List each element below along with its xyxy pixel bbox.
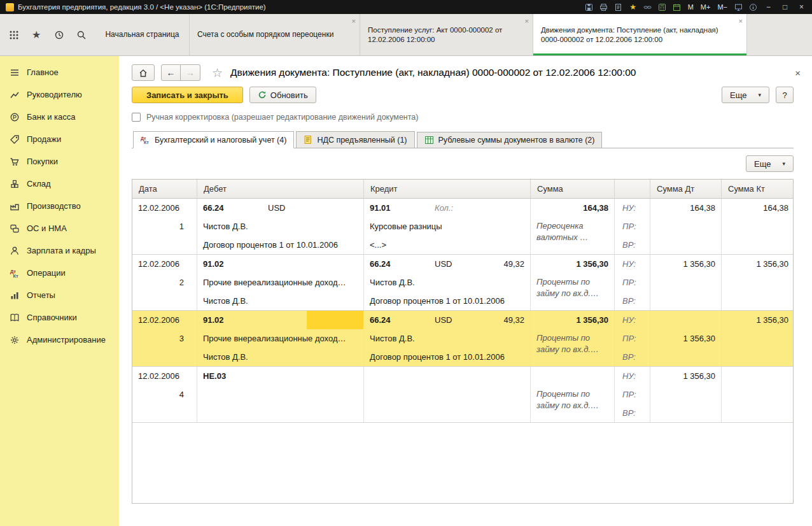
- cell-debit-subconto-2[interactable]: Договор процентов 1 от 10.01.2006: [197, 236, 364, 254]
- cell-date[interactable]: 12.02.2006: [132, 199, 197, 217]
- form-close-icon[interactable]: ×: [792, 68, 803, 78]
- cell-debit-currency[interactable]: [262, 255, 307, 273]
- cell-pr-sum-kt[interactable]: [722, 217, 794, 236]
- column-header-sum[interactable]: Сумма: [531, 180, 615, 198]
- cell-pr-sum-kt[interactable]: [722, 385, 794, 404]
- column-header-date[interactable]: Дата: [132, 180, 197, 198]
- cell-debit-subconto-2[interactable]: Чистов Д.В.: [197, 348, 364, 366]
- cell-nu-sum-dt[interactable]: 164,38: [650, 199, 722, 217]
- cell-vr-sum-dt[interactable]: [650, 404, 722, 422]
- table-row[interactable]: 12.02.2006 НЕ.03 НУ: 1 356,30 4 Проценты…: [132, 367, 793, 423]
- tab-services-receipt[interactable]: Поступление услуг: Акт 0000-000002 от 12…: [360, 14, 533, 55]
- cell-credit-subconto-1[interactable]: Чистов Д.В.: [364, 273, 531, 292]
- sidebar-item-main[interactable]: Главное: [0, 61, 119, 83]
- cell-credit-amount[interactable]: [480, 367, 531, 385]
- cell-credit-subconto-2[interactable]: [364, 404, 531, 422]
- cell-row-number[interactable]: 2: [132, 273, 197, 292]
- print-icon[interactable]: [597, 1, 611, 13]
- cell-pr-sum-dt[interactable]: [650, 273, 722, 292]
- tab-close-icon[interactable]: ×: [739, 17, 743, 25]
- column-header-debit[interactable]: Дебет: [197, 180, 364, 198]
- column-header-sum-dt[interactable]: Сумма Дт: [650, 180, 722, 198]
- info-icon[interactable]: [746, 1, 760, 13]
- cell-nu-sum-kt[interactable]: 1 356,30: [722, 311, 794, 329]
- cell-empty[interactable]: [132, 348, 197, 366]
- cell-debit-subconto-2[interactable]: Чистов Д.В.: [197, 292, 364, 310]
- sidebar-item-operations[interactable]: ДтКт Операции: [0, 262, 119, 284]
- history-icon[interactable]: [50, 26, 68, 44]
- cell-debit-amount[interactable]: [307, 311, 364, 329]
- manual-adjustment-checkbox[interactable]: [132, 113, 141, 122]
- favorites-icon[interactable]: ★: [27, 26, 45, 44]
- cell-row-number[interactable]: 4: [132, 385, 197, 404]
- cell-credit-subconto-2[interactable]: <...>: [364, 236, 531, 254]
- cell-debit-subconto-1[interactable]: [197, 385, 364, 404]
- cell-debit-amount[interactable]: [307, 255, 364, 273]
- cell-nu-sum-kt[interactable]: 164,38: [722, 199, 794, 217]
- search-icon[interactable]: [73, 26, 90, 44]
- cell-credit-account[interactable]: 66.24: [364, 311, 429, 329]
- cell-pr-sum-dt[interactable]: [650, 217, 722, 236]
- cell-vr-sum-kt[interactable]: [722, 236, 794, 254]
- cell-credit-subconto-1[interactable]: Курсовые разницы: [364, 217, 531, 236]
- main-window-icon[interactable]: [731, 1, 745, 13]
- cell-credit-currency[interactable]: USD: [429, 255, 480, 273]
- cell-credit-subconto-1[interactable]: Чистов Д.В.: [364, 329, 531, 348]
- main-menu-icon[interactable]: [5, 26, 23, 44]
- cell-nu-sum-dt[interactable]: 1 356,30: [650, 367, 722, 385]
- home-button[interactable]: [132, 64, 155, 81]
- cell-sum-comment[interactable]: Проценты по займу по вх.д.…: [531, 273, 615, 310]
- cell-credit-account[interactable]: [364, 367, 429, 385]
- cell-credit-amount[interactable]: 49,32: [480, 255, 531, 273]
- sidebar-item-warehouse[interactable]: Склад: [0, 173, 119, 195]
- cell-empty[interactable]: [132, 236, 197, 254]
- cell-nu-sum-dt[interactable]: 1 356,30: [650, 255, 722, 273]
- save-icon[interactable]: [582, 1, 596, 13]
- cell-debit-currency[interactable]: [262, 367, 307, 385]
- cell-vr-sum-dt[interactable]: [650, 348, 722, 366]
- sidebar-item-manager[interactable]: Руководителю: [0, 83, 119, 106]
- sidebar-item-payroll-hr[interactable]: Зарплата и кадры: [0, 239, 119, 262]
- cell-vr-sum-kt[interactable]: [722, 292, 794, 310]
- cell-sum-comment[interactable]: Переоценка валютных …: [531, 217, 615, 254]
- cell-credit-account[interactable]: 91.01: [364, 199, 429, 217]
- cell-sum-comment[interactable]: Проценты по займу по вх.д.…: [531, 329, 615, 366]
- sidebar-item-fixed-assets[interactable]: ОС и НМА: [0, 217, 119, 239]
- cell-credit-subconto-2[interactable]: Договор процентов 1 от 10.01.2006: [364, 348, 531, 366]
- sidebar-item-production[interactable]: Производство: [0, 195, 119, 217]
- cell-pr-sum-kt[interactable]: [722, 329, 794, 348]
- favorites-add-icon[interactable]: ★: [626, 1, 640, 13]
- preview-icon[interactable]: [612, 1, 626, 13]
- calculator-icon[interactable]: [655, 1, 669, 13]
- refresh-button[interactable]: Обновить: [249, 87, 316, 103]
- cell-credit-currency[interactable]: [429, 367, 480, 385]
- favorite-star-icon[interactable]: ☆: [212, 66, 223, 80]
- sidebar-item-reports[interactable]: Отчеты: [0, 284, 119, 306]
- cell-debit-subconto-1[interactable]: Чистов Д.В.: [197, 217, 364, 236]
- cell-vr-sum-dt[interactable]: [650, 292, 722, 310]
- cell-credit-currency[interactable]: USD: [429, 311, 480, 329]
- more-button[interactable]: Еще ▾: [722, 87, 769, 103]
- cell-credit-account[interactable]: 66.24: [364, 255, 429, 273]
- cell-sum[interactable]: [531, 367, 615, 385]
- tab-home-page[interactable]: Начальная страница: [95, 14, 190, 55]
- sidebar-item-directories[interactable]: Справочники: [0, 306, 119, 329]
- cell-nu-sum-kt[interactable]: 1 356,30: [722, 255, 794, 273]
- cell-nu-sum-kt[interactable]: [722, 367, 794, 385]
- cell-pr-sum-dt[interactable]: 1 356,30: [650, 329, 722, 348]
- cell-row-number[interactable]: 3: [132, 329, 197, 348]
- cell-debit-account[interactable]: 66.24: [197, 199, 262, 217]
- close-window-button[interactable]: ×: [794, 1, 809, 13]
- cell-credit-amount[interactable]: [480, 199, 531, 217]
- tab-close-icon[interactable]: ×: [352, 17, 356, 25]
- sidebar-item-administration[interactable]: Администрирование: [0, 329, 119, 351]
- column-header-tax[interactable]: [615, 180, 650, 198]
- cell-credit-subconto-2[interactable]: Договор процентов 1 от 10.01.2006: [364, 292, 531, 310]
- cell-debit-amount[interactable]: [307, 199, 364, 217]
- cell-debit-subconto-1[interactable]: Прочие внереализационные доход…: [197, 273, 364, 292]
- save-and-close-button[interactable]: Записать и закрыть: [132, 87, 243, 103]
- cell-sum[interactable]: 164,38: [531, 199, 615, 217]
- column-header-credit[interactable]: Кредит: [364, 180, 531, 198]
- cell-debit-account[interactable]: 91.02: [197, 255, 262, 273]
- cell-debit-amount[interactable]: [307, 367, 364, 385]
